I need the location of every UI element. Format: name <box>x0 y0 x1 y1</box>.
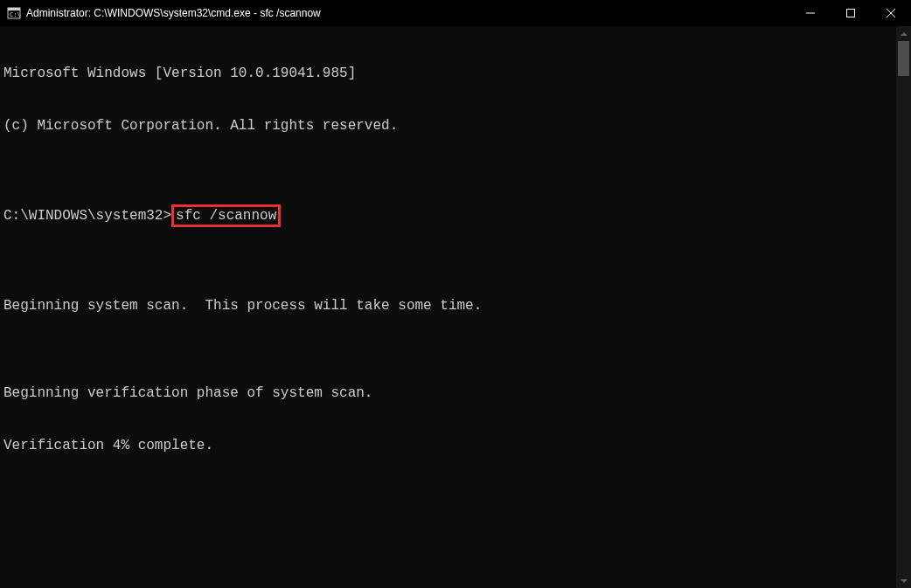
output-line: Verification 4% complete. <box>3 437 893 454</box>
close-button[interactable] <box>871 0 911 26</box>
close-icon <box>887 9 895 17</box>
cmd-icon: C:\ <box>7 6 21 20</box>
output-line: (c) Microsoft Corporation. All rights re… <box>3 117 893 135</box>
titlebar[interactable]: C:\ Administrator: C:\WINDOWS\system32\c… <box>0 0 911 26</box>
svg-rect-4 <box>847 10 855 17</box>
window-controls <box>790 0 911 26</box>
svg-text:C:\: C:\ <box>10 11 21 18</box>
chevron-up-icon <box>901 32 908 36</box>
minimize-icon <box>806 9 815 17</box>
scrollbar-thumb[interactable] <box>898 41 909 76</box>
output-line: Microsoft Windows [Version 10.0.19041.98… <box>3 65 893 82</box>
maximize-icon <box>846 9 855 17</box>
svg-rect-1 <box>8 8 20 10</box>
command-highlight: sfc /scannow <box>171 204 281 227</box>
scrollbar-track[interactable] <box>896 41 911 573</box>
window-title: Administrator: C:\WINDOWS\system32\cmd.e… <box>26 7 790 19</box>
scrollbar-up-arrow[interactable] <box>896 26 911 41</box>
output-line: Beginning verification phase of system s… <box>3 384 893 402</box>
terminal-output[interactable]: Microsoft Windows [Version 10.0.19041.98… <box>0 26 896 588</box>
minimize-button[interactable] <box>790 0 831 26</box>
maximize-button[interactable] <box>831 0 871 26</box>
chevron-down-icon <box>901 579 908 583</box>
vertical-scrollbar[interactable] <box>896 26 911 588</box>
content-wrapper: Microsoft Windows [Version 10.0.19041.98… <box>0 26 911 588</box>
output-line: Beginning system scan. This process will… <box>3 297 893 315</box>
cmd-window: C:\ Administrator: C:\WINDOWS\system32\c… <box>0 0 911 588</box>
prompt-line: C:\WINDOWS\system32>sfc /scannow <box>3 204 893 227</box>
prompt: C:\WINDOWS\system32> <box>3 208 171 224</box>
scrollbar-down-arrow[interactable] <box>896 573 911 588</box>
